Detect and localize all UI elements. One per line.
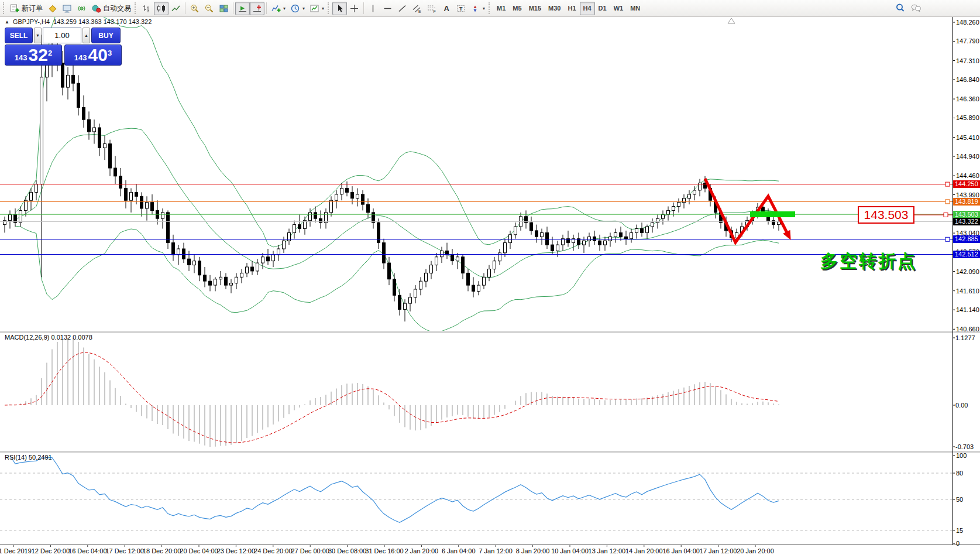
toolbar-grip (328, 2, 330, 14)
horizontal-line-button[interactable] (380, 2, 395, 15)
toolbar-separator (363, 2, 364, 14)
buy-button[interactable]: BUY (91, 28, 121, 43)
zoom-in-button[interactable] (187, 2, 202, 15)
text-label-button[interactable]: T (453, 2, 468, 15)
buy-price-big: 40 (88, 46, 108, 64)
vertical-line-icon (368, 4, 378, 13)
bar-chart-button[interactable] (139, 2, 154, 15)
auto-scroll-button[interactable] (235, 2, 250, 15)
auto-trading-label: 自动交易 (103, 4, 131, 13)
horizontal-line-icon (383, 4, 393, 13)
toolbar-grip (135, 2, 137, 14)
volume-down-button[interactable]: ▼ (34, 28, 42, 43)
new-order-icon (10, 4, 20, 13)
text-button[interactable]: A (439, 2, 453, 15)
indicators-button[interactable]: ▾ (269, 2, 288, 15)
volume-up-button[interactable]: ▲ (82, 28, 90, 43)
timeframe-m5-button[interactable]: M5 (509, 2, 525, 15)
toolbar-separator (185, 2, 185, 14)
template-icon (310, 4, 319, 13)
zoom-out-button[interactable] (202, 2, 216, 15)
line-handle (945, 182, 950, 186)
zigzag-arrow-annotation[interactable] (705, 179, 789, 242)
svg-text:F: F (434, 9, 436, 13)
sell-price-prefix: 143 (15, 53, 27, 62)
chart-shift-button[interactable] (250, 2, 264, 15)
timeframe-d1-button[interactable]: D1 (595, 2, 610, 15)
trendline-button[interactable] (395, 2, 410, 15)
chart-shift-icon (252, 4, 262, 13)
price-box-handle (944, 213, 948, 217)
candlestick-chart-button[interactable] (154, 2, 169, 15)
line-chart-button[interactable] (169, 2, 183, 15)
svg-text:T: T (459, 5, 463, 11)
arrows-button[interactable]: ▾ (468, 2, 487, 15)
tile-windows-button[interactable] (216, 2, 231, 15)
templates-button[interactable]: ▾ (307, 2, 326, 15)
timeframe-m1-button[interactable]: M1 (493, 2, 509, 15)
timeframe-group: M1M5M15M30H1H4D1W1MN (493, 2, 644, 15)
periods-button[interactable]: ▾ (288, 2, 307, 15)
sell-button[interactable]: SELL (5, 28, 33, 43)
new-order-button[interactable]: 新订单 (8, 2, 45, 15)
terminal-button[interactable] (60, 2, 74, 15)
auto-trading-icon (91, 4, 101, 13)
profiles-button[interactable] (45, 2, 60, 15)
turning-point-annotation[interactable]: 多空转折点 (820, 249, 917, 273)
cursor-icon (335, 4, 345, 13)
terminal-icon (62, 4, 72, 13)
main-price-layer (0, 0, 953, 332)
price-annotation-box[interactable]: 143.503 (858, 206, 914, 224)
bollinger-middle (15, 128, 779, 278)
timeframe-w1-button[interactable]: W1 (610, 2, 627, 15)
chevron-down-icon: ▾ (283, 6, 286, 11)
rsi-layer (0, 456, 953, 530)
rsi-indicator-label: RSI(14) 50.2491 (5, 454, 52, 461)
macd-indicator-label: MACD(12,26,9) 0.0132 0.0078 (5, 334, 92, 341)
line-chart-icon (171, 4, 181, 13)
timeframe-h1-button[interactable]: H1 (564, 2, 579, 15)
vertical-line-button[interactable] (366, 2, 380, 15)
toolbar-separator (266, 2, 267, 14)
collapse-triangle-icon: ▲ (5, 19, 9, 25)
one-click-trading-panel: SELL ▼ ▲ BUY 143 32 2 143 40 3 (5, 28, 122, 66)
community-button[interactable] (908, 2, 924, 15)
equidistant-channel-button[interactable]: E (410, 2, 424, 15)
auto-scroll-icon (238, 4, 247, 13)
buy-price-button[interactable]: 143 40 3 (64, 44, 122, 66)
auto-trading-button[interactable]: 自动交易 (89, 2, 133, 15)
toolbar-separator (233, 2, 233, 14)
timeframe-h4-button[interactable]: H4 (580, 2, 595, 15)
toolbar-grip (489, 2, 491, 14)
text-icon: A (441, 4, 451, 13)
volume-input[interactable] (43, 28, 81, 43)
symbol-period-label: GBPJPY-,H4 (13, 18, 50, 25)
signals-button[interactable] (74, 2, 89, 15)
crosshair-icon (349, 4, 359, 13)
chart-canvas[interactable] (0, 0, 980, 558)
bollinger-lower (15, 226, 779, 332)
timeframe-m15-button[interactable]: M15 (525, 2, 545, 15)
chevron-down-icon: ▾ (302, 6, 305, 11)
timeframe-m30-button[interactable]: M30 (545, 2, 564, 15)
trendline-icon (397, 4, 407, 13)
sell-price-big: 32 (29, 46, 48, 64)
sell-price-sup: 2 (48, 49, 52, 57)
search-button[interactable] (893, 2, 908, 15)
sell-price-button[interactable]: 143 32 2 (5, 44, 62, 66)
crosshair-button[interactable] (347, 2, 362, 15)
zoom-in-icon (190, 4, 200, 13)
bar-chart-icon (142, 4, 152, 13)
clock-icon (290, 4, 300, 13)
toolbar-grip (3, 2, 5, 14)
cursor-button[interactable] (332, 2, 347, 15)
chevron-down-icon: ▾ (322, 6, 324, 11)
fibonacci-button[interactable]: F (424, 2, 439, 15)
toolbar: 新订单 自动交易 ▾ ▾ (0, 0, 980, 17)
buy-price-sup: 3 (108, 49, 112, 57)
fibonacci-icon: F (427, 4, 436, 13)
chevron-down-icon: ▾ (483, 6, 485, 11)
timeframe-mn-button[interactable]: MN (627, 2, 644, 15)
green-zone-annotation[interactable] (750, 211, 795, 217)
search-icon (895, 3, 906, 13)
